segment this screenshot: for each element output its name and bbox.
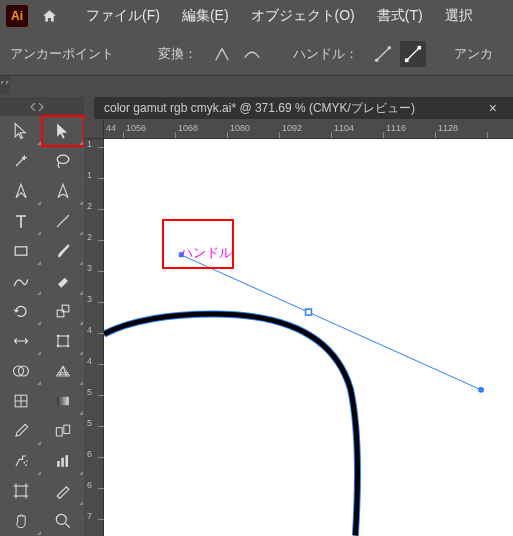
pen-tool[interactable] <box>0 176 42 206</box>
home-icon[interactable] <box>36 3 62 29</box>
ruler-h-tick: 1116 <box>384 119 436 138</box>
top-menu-bar: Ai ファイル(F) 編集(E) オブジェクト(O) 書式(T) 選択 <box>0 0 513 32</box>
menu-edit[interactable]: 編集(E) <box>182 7 229 25</box>
scale-tool[interactable] <box>42 296 84 326</box>
ruler-horizontal[interactable]: 441056106810801092110411161128 <box>104 119 513 139</box>
svg-point-12 <box>67 345 70 348</box>
rectangle-tool[interactable] <box>0 236 42 266</box>
lasso-tool[interactable] <box>42 146 84 176</box>
line-tool[interactable] <box>42 206 84 236</box>
artboard-tool[interactable] <box>0 476 42 506</box>
app-icon[interactable]: Ai <box>6 5 28 27</box>
convert-group <box>209 41 265 67</box>
ruler-v-tick: 7 <box>87 511 92 521</box>
svg-point-20 <box>26 460 28 462</box>
svg-point-10 <box>67 335 70 338</box>
eyedropper-tool[interactable] <box>0 416 42 446</box>
canvas-area: 441056106810801092110411161128 112233445… <box>84 119 513 536</box>
blend-tool[interactable] <box>42 416 84 446</box>
svg-rect-16 <box>57 397 69 405</box>
ruler-v-tick: 4 <box>87 325 92 335</box>
annotation-label: ハンドル <box>180 244 232 262</box>
ruler-h-tick: 1104 <box>332 119 384 138</box>
tool-grid <box>0 116 84 536</box>
perspective-grid-tool[interactable] <box>42 356 84 386</box>
control-bar: アンカーポイント 変換： ハンドル： アンカ <box>0 32 513 76</box>
svg-rect-2 <box>405 58 409 62</box>
type-tool[interactable] <box>0 206 42 236</box>
anchor-point[interactable] <box>306 309 312 315</box>
menu-object[interactable]: オブジェクト(O) <box>251 7 355 25</box>
svg-rect-7 <box>62 305 69 312</box>
ruler-v-tick: 5 <box>87 418 92 428</box>
svg-rect-8 <box>58 336 68 346</box>
menu-select[interactable]: 選択 <box>445 7 473 25</box>
ruler-origin[interactable] <box>84 119 104 139</box>
width-tool[interactable] <box>0 326 42 356</box>
symbol-sprayer-tool[interactable] <box>0 446 42 476</box>
svg-rect-3 <box>418 45 422 49</box>
ruler-v-tick: 2 <box>87 201 92 211</box>
ruler-vertical[interactable]: 1122334455667 <box>84 139 104 536</box>
selection-tool[interactable] <box>0 116 42 146</box>
svg-point-19 <box>24 462 26 464</box>
ruler-v-tick: 1 <box>87 170 92 180</box>
menu-type[interactable]: 書式(T) <box>377 7 423 25</box>
zoom-tool[interactable] <box>42 506 84 536</box>
convert-smooth-icon[interactable] <box>239 41 265 67</box>
ruler-h-tick: 44 <box>104 119 124 138</box>
hand-tool[interactable] <box>0 506 42 536</box>
handle-show-icon[interactable] <box>370 41 396 67</box>
svg-rect-6 <box>57 310 64 317</box>
ruler-v-tick: 2 <box>87 232 92 242</box>
eraser-tool[interactable] <box>42 266 84 296</box>
mesh-tool[interactable] <box>0 386 42 416</box>
svg-rect-23 <box>61 458 64 467</box>
convert-corner-icon[interactable] <box>209 41 235 67</box>
shaper-tool[interactable] <box>0 266 42 296</box>
svg-point-1 <box>388 45 392 49</box>
ruler-v-tick: 3 <box>87 294 92 304</box>
ruler-h-tick: 1092 <box>280 119 332 138</box>
magic-wand-tool[interactable] <box>0 146 42 176</box>
column-graph-tool[interactable] <box>42 446 84 476</box>
ruler-v-tick: 3 <box>87 263 92 273</box>
app-icon-text: Ai <box>11 9 23 23</box>
ruler-v-tick: 6 <box>87 480 92 490</box>
panel-collapse-toggle[interactable] <box>0 76 10 94</box>
document-tab-bar: color gamut rgb cmyk.ai* @ 371.69 % (CMY… <box>94 97 513 119</box>
svg-point-0 <box>375 58 379 62</box>
ruler-v-tick: 6 <box>87 449 92 459</box>
handle-end-point[interactable] <box>478 387 484 393</box>
ruler-h-tick: 1128 <box>436 119 488 138</box>
shape-builder-tool[interactable] <box>0 356 42 386</box>
svg-rect-18 <box>64 425 70 433</box>
paintbrush-tool[interactable] <box>42 236 84 266</box>
direct-selection-tool[interactable] <box>42 116 84 146</box>
free-transform-tool[interactable] <box>42 326 84 356</box>
svg-line-27 <box>182 255 481 390</box>
slice-tool[interactable] <box>42 476 84 506</box>
handle-hide-icon[interactable] <box>400 41 426 67</box>
menu-file[interactable]: ファイル(F) <box>86 7 160 25</box>
curvature-tool[interactable] <box>42 176 84 206</box>
tool-panel-header[interactable] <box>0 97 84 116</box>
svg-point-9 <box>57 335 60 338</box>
ruler-v-tick: 5 <box>87 387 92 397</box>
menu-items: ファイル(F) 編集(E) オブジェクト(O) 書式(T) 選択 <box>70 7 473 25</box>
close-icon[interactable]: × <box>483 100 503 116</box>
svg-rect-22 <box>57 461 60 467</box>
rotate-tool[interactable] <box>0 296 42 326</box>
ruler-v-tick: 1 <box>87 139 92 149</box>
svg-point-11 <box>57 345 60 348</box>
svg-point-21 <box>25 464 27 466</box>
ctrl-anchor-label: アンカーポイント <box>10 45 114 63</box>
ctrl-convert-label: 変換： <box>158 45 197 63</box>
ruler-h-tick: 1068 <box>176 119 228 138</box>
gradient-tool[interactable] <box>42 386 84 416</box>
svg-rect-25 <box>16 486 26 496</box>
canvas[interactable]: ハンドル <box>104 139 513 536</box>
ruler-v-tick: 4 <box>87 356 92 366</box>
document-tab-title[interactable]: color gamut rgb cmyk.ai* @ 371.69 % (CMY… <box>104 100 483 117</box>
ctrl-right-label: アンカ <box>454 45 493 63</box>
